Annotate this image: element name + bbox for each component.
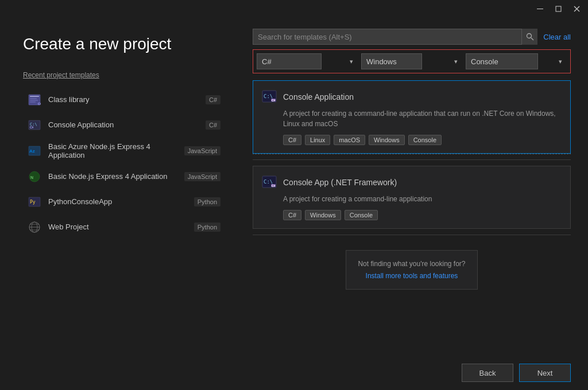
class-library-name: Class library	[48, 95, 206, 104]
tag-windows: Windows	[369, 135, 405, 145]
svg-text:Az: Az	[29, 149, 35, 154]
search-input[interactable]	[253, 29, 537, 45]
svg-text:C#: C#	[38, 102, 41, 106]
console-app-lang: C#	[206, 120, 220, 130]
restore-button[interactable]	[551, 2, 565, 15]
svg-rect-5	[30, 96, 39, 97]
svg-rect-1	[556, 6, 561, 11]
result-console-app-desc: A project for creating a command-line ap…	[283, 108, 562, 129]
search-button[interactable]	[521, 29, 537, 45]
nodejs-lang: JavaScript	[184, 172, 220, 181]
nodejs-name: Basic Node.js Express 4 Application	[48, 172, 184, 181]
svg-line-25	[531, 38, 533, 40]
web-project-lang: Python	[194, 223, 220, 232]
svg-text:N: N	[30, 176, 33, 180]
template-item-web-project[interactable]: Web Project Python	[23, 214, 224, 240]
class-library-lang: C#	[206, 95, 220, 104]
result-console-app-header: C:\ C# Console Application	[261, 89, 562, 105]
tag-macos: macOS	[334, 135, 365, 145]
footer: Back Next	[0, 356, 588, 390]
svg-rect-8	[30, 102, 36, 103]
result-console-app-title: Console Application	[283, 92, 354, 102]
minimize-button[interactable]	[533, 2, 547, 15]
left-panel: Create a new project Recent project temp…	[0, 17, 247, 356]
azure-node-lang: JavaScript	[184, 146, 220, 155]
result-console-fw-tags: C# Windows Console	[283, 210, 562, 220]
tag-fw-windows: Windows	[305, 210, 341, 220]
tag-fw-console: Console	[345, 210, 378, 220]
template-item-class-library[interactable]: C# Class library C#	[23, 87, 224, 112]
svg-rect-7	[30, 100, 38, 101]
result-console-app[interactable]: C:\ C# Console Application A project for…	[253, 80, 571, 154]
right-panel: Clear all C# All languages F# VB JavaScr…	[247, 17, 588, 356]
tag-fw-csharp: C#	[283, 210, 301, 220]
tag-csharp: C#	[283, 135, 301, 145]
result-console-app-tags: C# Linux macOS Windows Console	[283, 135, 562, 145]
result-console-fw-desc: A project for creating a command-line ap…	[283, 194, 562, 204]
install-link[interactable]: Install more tools and features	[366, 272, 458, 280]
console-app-icon: C:\ C#	[26, 117, 42, 133]
console-app-name: Console Application	[48, 120, 206, 129]
svg-text:C#: C#	[272, 99, 276, 102]
svg-text:Py: Py	[30, 200, 36, 205]
svg-rect-6	[30, 98, 37, 99]
template-results: C:\ C# Console Application A project for…	[253, 80, 571, 344]
results-separator	[253, 159, 571, 160]
back-button[interactable]: Back	[462, 364, 513, 382]
template-item-nodejs[interactable]: N Basic Node.js Express 4 Application Ja…	[23, 164, 224, 189]
not-finding-text: Not finding what you're looking for?	[358, 260, 465, 268]
search-container	[253, 29, 537, 45]
class-library-icon: C#	[26, 92, 42, 108]
tag-linux: Linux	[305, 135, 330, 145]
recent-label: Recent project templates	[23, 71, 224, 79]
template-list: C# Class library C# C:\ C# Console Appli…	[23, 87, 224, 240]
svg-text:C#: C#	[30, 126, 34, 129]
nodejs-icon: N	[26, 169, 42, 185]
tag-console: Console	[408, 135, 442, 145]
clear-all-button[interactable]: Clear all	[543, 33, 571, 41]
type-filter[interactable]: Console All project types Cloud Desktop …	[466, 53, 538, 69]
svg-point-24	[527, 34, 531, 38]
main-content: Create a new project Recent project temp…	[0, 17, 588, 356]
type-filter-wrapper: Console All project types Cloud Desktop …	[466, 53, 567, 69]
python-console-name: PythonConsoleApp	[48, 197, 194, 206]
not-finding-box: Not finding what you're looking for? Ins…	[346, 250, 477, 290]
result-console-fw-header: C:\ C# Console App (.NET Framework)	[261, 174, 562, 190]
platform-filter-wrapper: Windows All platforms Linux macOS Androi…	[361, 53, 462, 69]
template-item-console-app[interactable]: C:\ C# Console Application C#	[23, 112, 224, 138]
page-title: Create a new project	[23, 34, 224, 54]
platform-filter[interactable]: Windows All platforms Linux macOS Androi…	[361, 53, 422, 69]
azure-node-name: Basic Azure Node.js Express 4 Applicatio…	[48, 142, 184, 159]
web-project-icon	[26, 219, 42, 235]
svg-rect-0	[537, 9, 543, 9]
next-button[interactable]: Next	[519, 364, 571, 382]
template-item-azure-node[interactable]: Az Basic Azure Node.js Express 4 Applica…	[23, 138, 224, 164]
language-filter-wrapper: C# All languages F# VB JavaScript Python	[257, 53, 358, 69]
results-separator-2	[253, 235, 571, 235]
close-button[interactable]	[570, 2, 583, 15]
result-console-app-icon: C:\ C#	[261, 89, 277, 105]
title-bar	[0, 0, 588, 17]
template-item-python-console[interactable]: Py PythonConsoleApp Python	[23, 189, 224, 214]
result-console-fw-icon: C:\ C#	[261, 174, 277, 190]
result-console-fw[interactable]: C:\ C# Console App (.NET Framework) A pr…	[253, 166, 571, 229]
python-console-icon: Py	[26, 194, 42, 210]
result-console-fw-title: Console App (.NET Framework)	[283, 178, 397, 187]
python-console-lang: Python	[194, 197, 220, 206]
azure-node-icon: Az	[26, 143, 42, 159]
language-filter[interactable]: C# All languages F# VB JavaScript Python	[257, 53, 322, 69]
filter-row: C# All languages F# VB JavaScript Python…	[253, 49, 571, 73]
svg-text:C#: C#	[272, 184, 276, 188]
web-project-name: Web Project	[48, 223, 194, 231]
